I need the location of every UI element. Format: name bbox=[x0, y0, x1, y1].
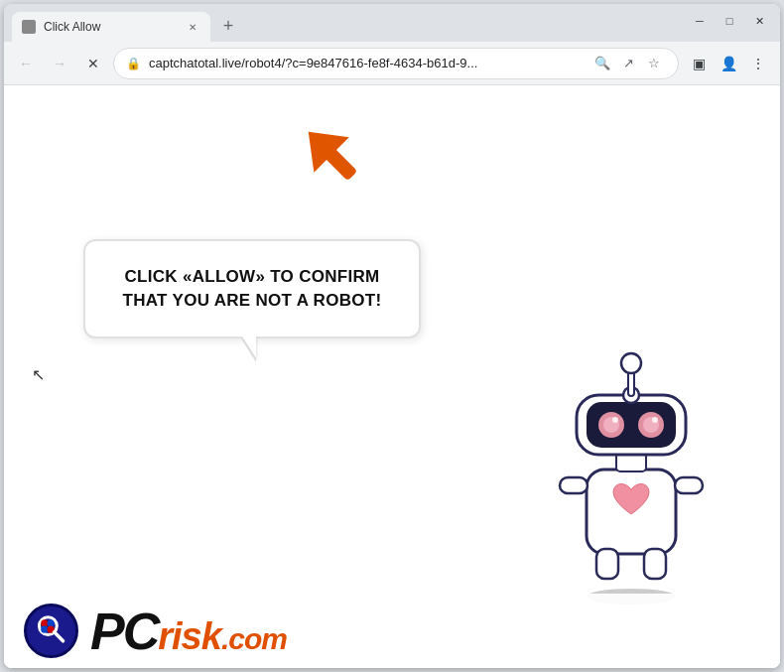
tab-bar: Click Allow ✕ + bbox=[12, 4, 687, 42]
svg-rect-5 bbox=[596, 549, 618, 579]
pcrisk-logo bbox=[24, 604, 78, 658]
share-icon[interactable]: ↗ bbox=[616, 52, 640, 75]
menu-icon[interactable]: ⋮ bbox=[744, 50, 772, 77]
reload-button[interactable]: ✕ bbox=[79, 50, 107, 77]
bookmark-icon[interactable]: ☆ bbox=[642, 52, 666, 75]
tab-favicon bbox=[22, 20, 36, 34]
lock-icon: 🔒 bbox=[126, 57, 141, 70]
window-controls: ─ □ ✕ bbox=[687, 10, 772, 36]
tab-close-button[interactable]: ✕ bbox=[185, 19, 200, 35]
url-text: captchatotal.live/robot4/?c=9e847616-fe8… bbox=[149, 56, 583, 70]
svg-point-17 bbox=[652, 417, 658, 423]
svg-point-25 bbox=[41, 626, 48, 633]
robot-character bbox=[532, 331, 730, 608]
toolbar-right: ▣ 👤 ⋮ bbox=[685, 50, 772, 77]
active-tab[interactable]: Click Allow ✕ bbox=[12, 12, 210, 42]
browser-window: Click Allow ✕ + ─ □ ✕ ← → ✕ 🔒 captchatot… bbox=[4, 4, 780, 668]
svg-rect-7 bbox=[560, 477, 588, 493]
minimize-button[interactable]: ─ bbox=[687, 10, 713, 32]
close-button[interactable]: ✕ bbox=[746, 10, 772, 32]
svg-point-0 bbox=[25, 23, 33, 31]
profile-icon[interactable]: 👤 bbox=[715, 50, 742, 77]
address-bar[interactable]: 🔒 captchatotal.live/robot4/?c=9e847616-f… bbox=[113, 48, 679, 79]
speech-bubble: CLICK «ALLOW» TO CONFIRM THAT YOU ARE NO… bbox=[83, 239, 421, 338]
svg-rect-8 bbox=[675, 477, 703, 493]
address-actions: 🔍 ↗ ☆ bbox=[590, 52, 666, 75]
svg-point-16 bbox=[612, 417, 618, 423]
pcrisk-brand-text: PCrisk.com bbox=[90, 602, 287, 661]
svg-point-23 bbox=[41, 619, 48, 626]
svg-point-24 bbox=[47, 619, 54, 626]
svg-point-20 bbox=[621, 353, 641, 373]
tab-title: Click Allow bbox=[44, 20, 100, 34]
bubble-message: CLICK «ALLOW» TO CONFIRM THAT YOU ARE NO… bbox=[117, 265, 387, 313]
maximize-button[interactable]: □ bbox=[717, 10, 742, 32]
forward-button[interactable]: → bbox=[46, 50, 73, 77]
svg-rect-6 bbox=[644, 549, 666, 579]
navigation-bar: ← → ✕ 🔒 captchatotal.live/robot4/?c=9e84… bbox=[4, 42, 780, 85]
search-icon[interactable]: 🔍 bbox=[590, 52, 614, 75]
extensions-icon[interactable]: ▣ bbox=[685, 50, 713, 77]
new-tab-button[interactable]: + bbox=[214, 12, 242, 40]
back-button[interactable]: ← bbox=[12, 50, 40, 77]
pcrisk-watermark: PCrisk.com bbox=[4, 594, 780, 668]
page-content: CLICK «ALLOW» TO CONFIRM THAT YOU ARE NO… bbox=[4, 85, 780, 668]
mouse-cursor: ↖ bbox=[32, 365, 45, 384]
title-bar: Click Allow ✕ + ─ □ ✕ bbox=[4, 4, 780, 42]
